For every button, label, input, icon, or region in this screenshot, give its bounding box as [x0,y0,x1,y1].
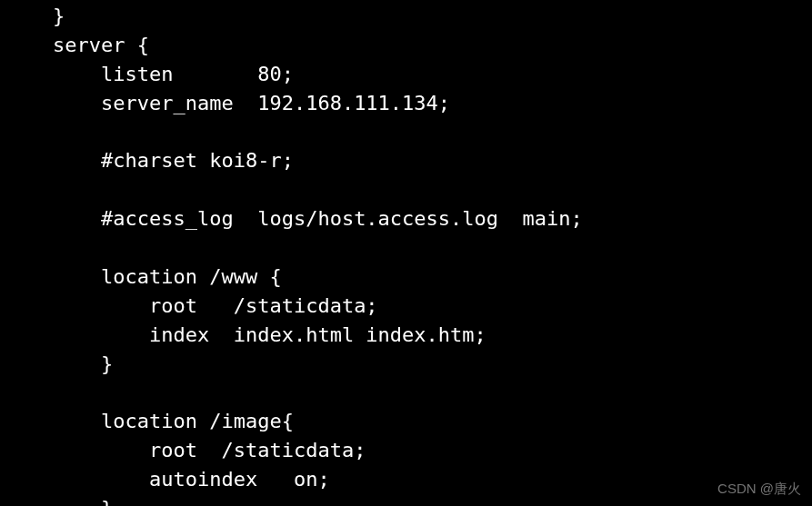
code-line: location /image{ [53,410,294,432]
code-line: } [53,352,113,375]
code-line: #charset koi8-r; [53,149,294,172]
code-line: #access_log logs/host.access.log main; [53,207,583,230]
code-line: } [53,497,113,506]
code-line: index index.html index.htm; [53,323,486,346]
nginx-config-code: } server { listen 80; server_name 192.16… [0,2,812,506]
watermark-text: CSDN @唐火 [717,479,801,499]
code-line: location /www { [53,265,282,288]
code-line: } [53,5,65,27]
code-line: server { [53,34,149,56]
code-line: root /staticdata; [53,439,366,461]
code-line: autoindex on; [53,468,330,491]
code-line: server_name 192.168.111.134; [53,92,450,114]
code-line: listen 80; [53,63,294,85]
code-line: root /staticdata; [53,294,378,317]
